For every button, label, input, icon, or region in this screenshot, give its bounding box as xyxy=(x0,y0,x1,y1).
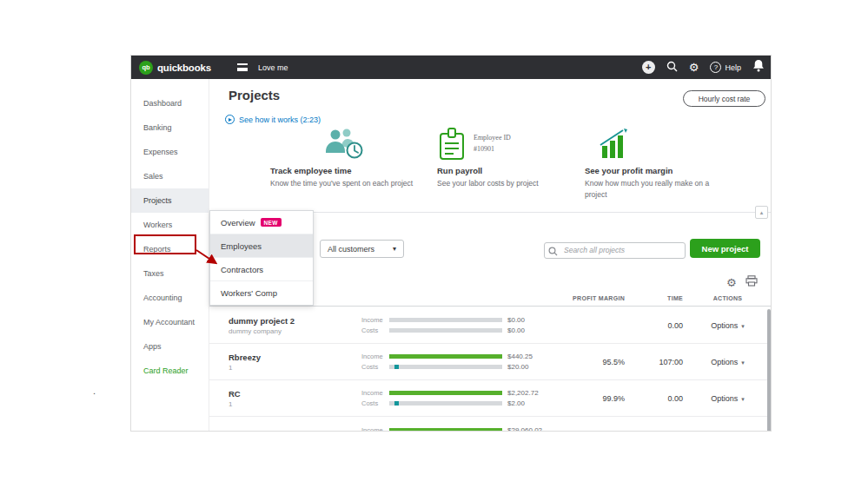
sidebar-item-reports[interactable]: Reports xyxy=(131,237,209,261)
income-label: Income xyxy=(361,353,389,360)
chevron-down-icon: ▾ xyxy=(741,323,745,329)
customer-filter-select[interactable]: All customers ▾ xyxy=(320,240,404,258)
menu-item-label: Workers' Comp xyxy=(221,288,277,298)
menu-item-contractors[interactable]: Contractors xyxy=(210,258,313,281)
table-row: RC 1 Income $2,202.72 Costs $2.00 99.9% … xyxy=(209,380,772,417)
sidebar-item-card-reader[interactable]: Card Reader xyxy=(131,359,209,383)
costs-value: $0.00 xyxy=(507,326,525,334)
sidebar-item-sales[interactable]: Sales xyxy=(131,164,209,188)
costs-label: Costs xyxy=(361,363,389,371)
see-how-label: See how it works (2:23) xyxy=(239,115,321,124)
menu-item-label: Overview xyxy=(221,218,255,228)
gear-icon[interactable]: ⚙ xyxy=(689,62,699,73)
project-name-link[interactable]: dummy project 2 xyxy=(229,316,361,326)
income-label: Income xyxy=(361,389,389,397)
collapse-panel-button[interactable]: ▴ xyxy=(755,206,768,219)
feature-description: See your labor costs by project xyxy=(437,178,578,189)
notifications-bell-icon[interactable] xyxy=(752,59,765,76)
hourly-cost-rate-button[interactable]: Hourly cost rate xyxy=(683,90,765,107)
badge-text: Employee ID #10901 xyxy=(474,133,511,155)
feature-title: Run payroll xyxy=(437,166,578,175)
quick-create-icon[interactable]: + xyxy=(642,61,655,74)
feature-track-time: Track employee time Know the time you've… xyxy=(270,124,418,189)
sidebar-nav: Dashboard Banking Expenses Sales Project… xyxy=(131,79,209,431)
options-label: Options xyxy=(711,321,738,330)
project-subtitle: dummy company xyxy=(229,327,361,335)
brand-wordmark: quickbooks xyxy=(157,63,211,73)
search-icon xyxy=(548,244,558,260)
column-time[interactable]: TIME xyxy=(625,295,683,301)
play-icon xyxy=(225,115,235,124)
customer-filter-value: All customers xyxy=(328,245,374,254)
feature-description: Know how much you really make on a proje… xyxy=(585,178,715,201)
chevron-down-icon: ▾ xyxy=(741,359,745,366)
sidebar-item-accounting[interactable]: Accounting xyxy=(131,286,209,310)
topbar: qb quickbooks Love me + ⚙ ? Help xyxy=(131,56,771,79)
options-dropdown[interactable]: Options▾ xyxy=(683,321,772,330)
list-settings-gear-icon[interactable]: ⚙ xyxy=(726,277,737,288)
sidebar-item-workers[interactable]: Workers xyxy=(131,213,209,237)
list-tools: ⚙ xyxy=(726,274,758,290)
income-label: Income xyxy=(361,426,389,432)
options-dropdown[interactable]: Options▾ xyxy=(683,431,772,432)
print-icon[interactable] xyxy=(745,274,758,290)
income-value: $440.25 xyxy=(507,353,533,360)
sidebar-item-my-accountant[interactable]: My Accountant xyxy=(131,310,209,334)
income-bar xyxy=(389,428,502,432)
employee-badge-icon xyxy=(437,126,467,162)
new-project-button[interactable]: New project xyxy=(690,239,760,258)
sidebar-item-projects[interactable]: Projects xyxy=(131,188,209,213)
time-value: 107:00 xyxy=(625,358,683,366)
sidebar-item-taxes[interactable]: Taxes xyxy=(131,261,209,286)
costs-value: $20.00 xyxy=(507,363,528,371)
income-cost-bars: Income $29,060.02 Costs xyxy=(361,426,566,432)
employee-time-icon xyxy=(323,127,365,162)
new-badge: NEW xyxy=(261,218,282,227)
page-title: Projects xyxy=(229,88,280,102)
search-input[interactable] xyxy=(544,242,686,259)
column-profit-margin[interactable]: PROFIT MARGIN xyxy=(566,295,625,301)
see-how-it-works-link[interactable]: See how it works (2:23) xyxy=(225,115,321,124)
quickbooks-app-window: qb quickbooks Love me + ⚙ ? Help Dashboa… xyxy=(130,55,772,432)
project-subtitle: 1 xyxy=(229,364,361,372)
project-name-link[interactable]: RC Project 100 xyxy=(229,430,361,432)
feature-description: Know the time you've spent on each proje… xyxy=(270,178,418,189)
menu-item-employees[interactable]: Employees xyxy=(210,234,313,258)
menu-item-label: Contractors xyxy=(221,265,263,274)
search-icon[interactable] xyxy=(666,60,678,76)
project-name-link[interactable]: RC xyxy=(229,389,361,399)
quickbooks-logo[interactable]: qb quickbooks xyxy=(131,61,211,75)
table-row: Rbreezy 1 Income $440.25 Costs $20.00 95… xyxy=(209,344,772,380)
time-value: 0.00 xyxy=(625,394,683,403)
table-row: RC Project 100 Income $29,060.02 Costs O… xyxy=(209,417,772,432)
feature-profit-margin: See your profit margin Know how much you… xyxy=(585,124,715,201)
sidebar-item-dashboard[interactable]: Dashboard xyxy=(131,91,209,115)
sidebar-item-expenses[interactable]: Expenses xyxy=(131,140,209,164)
feature-title: Track employee time xyxy=(270,166,418,175)
vertical-scrollbar[interactable] xyxy=(767,309,771,432)
costs-label: Costs xyxy=(361,399,389,407)
options-label: Options xyxy=(711,394,738,403)
costs-bar xyxy=(389,401,502,406)
options-dropdown[interactable]: Options▾ xyxy=(683,358,772,366)
costs-marker xyxy=(394,365,399,369)
options-dropdown[interactable]: Options▾ xyxy=(683,394,772,403)
project-name-link[interactable]: Rbreezy xyxy=(229,353,361,362)
help-button[interactable]: ? Help xyxy=(710,62,741,73)
menu-item-overview[interactable]: Overview NEW xyxy=(210,211,313,234)
menu-item-workers-comp[interactable]: Workers' Comp xyxy=(210,281,313,305)
income-cost-bars: Income $2,202.72 Costs $2.00 xyxy=(361,390,566,407)
profit-margin-value: 95.5% xyxy=(566,358,625,366)
column-actions: ACTIONS xyxy=(683,295,772,301)
costs-value: $2.00 xyxy=(507,399,525,407)
topbar-actions: + ⚙ ? Help xyxy=(642,56,765,79)
project-subtitle: 1 xyxy=(229,400,361,408)
costs-marker xyxy=(394,401,399,406)
sidebar-item-banking[interactable]: Banking xyxy=(131,115,209,140)
help-icon: ? xyxy=(710,62,721,73)
options-label: Options xyxy=(711,358,738,366)
profit-margin-value: 99.9% xyxy=(566,394,625,403)
chevron-down-icon: ▾ xyxy=(741,396,745,402)
hamburger-menu-icon[interactable] xyxy=(237,63,248,71)
sidebar-item-apps[interactable]: Apps xyxy=(131,334,209,359)
